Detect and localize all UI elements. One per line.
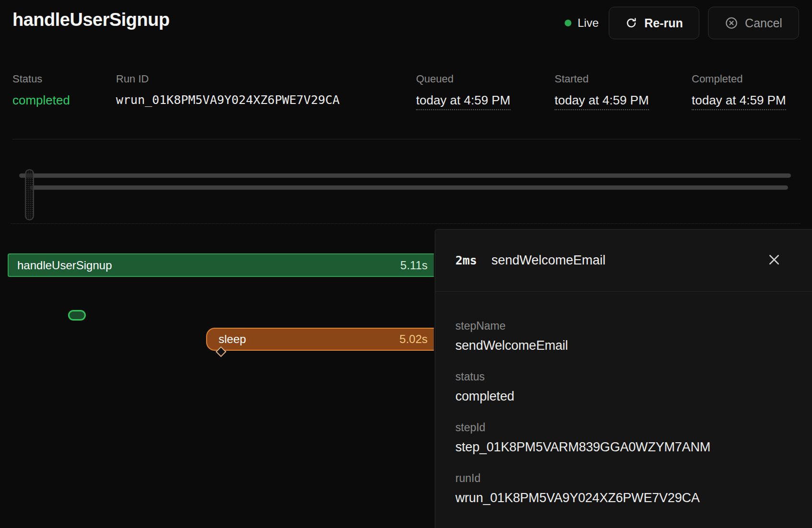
minimap-track-bar-sleep [30, 185, 788, 190]
header-divider [12, 139, 800, 139]
step-detail-panel: 2ms sendWelcomeEmail stepName sendWelcom… [435, 229, 812, 528]
gantt-bar-label: handleUserSignup [17, 259, 112, 272]
queued-time: today at 4:59 PM [416, 93, 510, 110]
field-stepid: stepId step_01K8PM5VARM839GGA0WZYM7ANM [455, 420, 793, 455]
meta-completed-label: Completed [692, 71, 786, 87]
cancel-button-label: Cancel [745, 16, 782, 30]
live-indicator: Live [565, 14, 599, 32]
meta-started: Started today at 4:59 PM [555, 71, 649, 110]
cancel-button[interactable]: Cancel [708, 7, 799, 39]
field-label: stepName [455, 319, 793, 333]
field-value: wrun_01K8PM5VA9Y024XZ6PWE7V29CA [455, 490, 793, 506]
field-runid: runId wrun_01K8PM5VA9Y024XZ6PWE7V29CA [455, 471, 793, 506]
field-label: status [455, 369, 793, 384]
workflow-run-page: handleUserSignup Live Re-run Cancel Stat… [0, 0, 812, 528]
gantt-bar-handleusersignup[interactable]: handleUserSignup 5.11s [8, 253, 434, 277]
step-detail-body: stepName sendWelcomeEmail status complet… [435, 292, 812, 506]
run-id-value: wrun_01K8PM5VA9Y024XZ6PWE7V29CA [116, 93, 340, 107]
field-label: runId [455, 471, 793, 485]
circle-x-icon [725, 16, 738, 30]
step-detail-header: 2ms sendWelcomeEmail [435, 230, 812, 292]
refresh-icon [625, 17, 638, 29]
field-stepname: stepName sendWelcomeEmail [455, 319, 793, 354]
gantt-top-boundary [11, 223, 800, 224]
meta-run-id-label: Run ID [116, 71, 340, 87]
minimap-track-bar-root [19, 173, 791, 178]
step-duration: 2ms [455, 253, 477, 267]
field-status: status completed [455, 369, 793, 404]
gantt-step-pill-selected[interactable] [68, 310, 86, 321]
field-value: step_01K8PM5VARM839GGA0WZYM7ANM [455, 439, 793, 455]
gantt-bar-duration: 5.02s [399, 333, 428, 346]
minimap-brush-handle[interactable] [25, 169, 34, 220]
meta-queued-label: Queued [416, 71, 510, 87]
started-time: today at 4:59 PM [555, 93, 649, 110]
meta-started-label: Started [555, 71, 649, 87]
field-value: sendWelcomeEmail [455, 337, 793, 354]
rerun-button-label: Re-run [644, 16, 683, 30]
live-dot-icon [565, 20, 571, 26]
meta-run-id: Run ID wrun_01K8PM5VA9Y024XZ6PWE7V29CA [116, 71, 340, 107]
step-title: sendWelcomeEmail [491, 253, 605, 268]
meta-completed: Completed today at 4:59 PM [692, 71, 786, 110]
page-title: handleUserSignup [12, 10, 170, 30]
close-button[interactable] [765, 252, 783, 270]
meta-queued: Queued today at 4:59 PM [416, 71, 510, 110]
meta-status: Status completed [12, 71, 70, 107]
rerun-button[interactable]: Re-run [609, 7, 699, 39]
gantt-bar-sleep[interactable]: sleep 5.02s [206, 328, 434, 351]
gantt-bar-duration: 5.11s [400, 259, 428, 272]
gantt-bar-label: sleep [219, 333, 246, 346]
completed-time: today at 4:59 PM [692, 93, 786, 110]
field-label: stepId [455, 420, 793, 435]
status-badge: completed [12, 93, 70, 107]
close-icon [767, 253, 781, 268]
field-value: completed [455, 388, 793, 404]
meta-status-label: Status [12, 71, 70, 87]
live-label: Live [578, 16, 599, 30]
